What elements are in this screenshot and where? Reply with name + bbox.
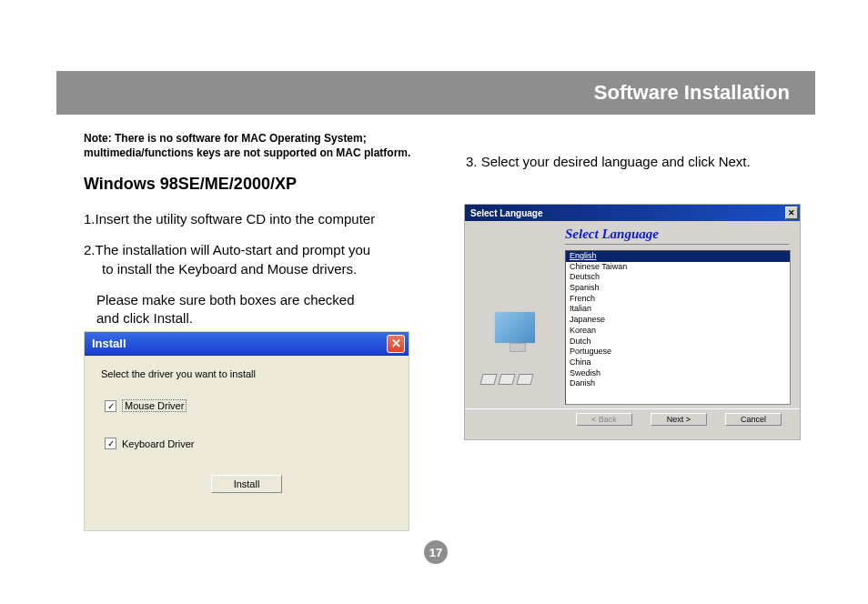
- language-item[interactable]: Japanese: [566, 315, 790, 326]
- step-2-line2: to install the Keyboard and Mouse driver…: [84, 260, 415, 278]
- language-item-english[interactable]: English: [566, 251, 790, 262]
- language-dialog: Select Language ✕ Select Language Englis…: [464, 204, 801, 440]
- step-2-line1: 2.The installation will Auto-start and p…: [84, 242, 370, 257]
- install-button-row: Install: [101, 475, 392, 493]
- language-item[interactable]: Korean: [566, 326, 790, 337]
- install-dialog-title: Install: [92, 337, 126, 350]
- language-item[interactable]: Italian: [566, 304, 790, 315]
- language-item[interactable]: Chinese Taiwan: [566, 262, 790, 273]
- mouse-driver-row[interactable]: ✓ Mouse Driver: [105, 399, 392, 412]
- disk-icon: [479, 374, 497, 385]
- step-3: 3. Select your desired language and clic…: [466, 153, 802, 171]
- left-column: Windows 98SE/ME/2000/XP 1.Insert the uti…: [84, 175, 415, 327]
- page-title: Software Installation: [594, 81, 790, 105]
- step-2-line3: Please make sure both boxes are checked: [96, 292, 355, 307]
- step-2-extra: Please make sure both boxes are checked …: [84, 291, 415, 328]
- back-button: < Back: [576, 413, 632, 426]
- language-item[interactable]: Deutsch: [566, 272, 790, 283]
- language-heading: Select Language: [565, 226, 789, 245]
- language-dialog-title: Select Language: [470, 208, 542, 218]
- cancel-button[interactable]: Cancel: [725, 413, 782, 426]
- language-item[interactable]: Dutch: [566, 337, 790, 347]
- language-titlebar: Select Language ✕: [465, 205, 800, 221]
- language-heading-area: Select Language: [465, 221, 800, 245]
- language-item[interactable]: Spanish: [566, 283, 790, 294]
- mac-note: Note: There is no software for MAC Opera…: [84, 131, 466, 160]
- page-number-badge: 17: [424, 540, 448, 564]
- language-item[interactable]: Portuguese: [566, 347, 790, 357]
- keyboard-driver-row[interactable]: ✓ Keyboard Driver: [105, 438, 392, 449]
- mouse-driver-label: Mouse Driver: [122, 399, 187, 412]
- monitor-icon: [493, 310, 537, 345]
- language-item[interactable]: Swedish: [566, 368, 790, 379]
- page-number: 17: [429, 546, 442, 559]
- note-line1: Note: There is no software for MAC Opera…: [84, 132, 367, 145]
- language-close-button[interactable]: ✕: [785, 206, 798, 219]
- mouse-driver-checkbox[interactable]: ✓: [105, 400, 116, 412]
- step-2: 2.The installation will Auto-start and p…: [84, 241, 415, 278]
- os-heading: Windows 98SE/ME/2000/XP: [84, 175, 415, 194]
- language-footer: < Back Next > Cancel: [465, 408, 800, 431]
- close-button[interactable]: ✕: [387, 335, 405, 353]
- step-1: 1.Insert the utility software CD into th…: [84, 210, 415, 228]
- install-dialog: Install ✕ Select the driver you want to …: [84, 331, 409, 531]
- keyboard-driver-label: Keyboard Driver: [122, 438, 194, 449]
- language-listbox[interactable]: English Chinese Taiwan Deutsch Spanish F…: [565, 250, 791, 405]
- disk-icon: [498, 374, 515, 385]
- right-column: 3. Select your desired language and clic…: [466, 153, 802, 184]
- note-line2: multimedia/functions keys are not suppor…: [84, 146, 410, 159]
- next-button[interactable]: Next >: [651, 413, 707, 426]
- computer-graphic: [474, 250, 556, 405]
- disk-icon: [516, 374, 533, 385]
- step-2-line4: and click Install.: [96, 310, 193, 326]
- keyboard-driver-checkbox[interactable]: ✓: [105, 438, 116, 449]
- language-body: English Chinese Taiwan Deutsch Spanish F…: [465, 245, 800, 408]
- disks-icon: [481, 374, 536, 385]
- install-prompt: Select the driver you want to install: [101, 368, 392, 379]
- header-bar: Software Installation: [56, 71, 815, 115]
- install-body: Select the driver you want to install ✓ …: [85, 356, 409, 502]
- close-icon: ✕: [391, 337, 401, 350]
- language-item[interactable]: China: [566, 357, 790, 368]
- install-button[interactable]: Install: [211, 475, 283, 493]
- install-titlebar: Install ✕: [85, 332, 409, 356]
- language-item[interactable]: French: [566, 294, 790, 305]
- close-icon: ✕: [788, 208, 795, 217]
- language-item[interactable]: Danish: [566, 378, 790, 389]
